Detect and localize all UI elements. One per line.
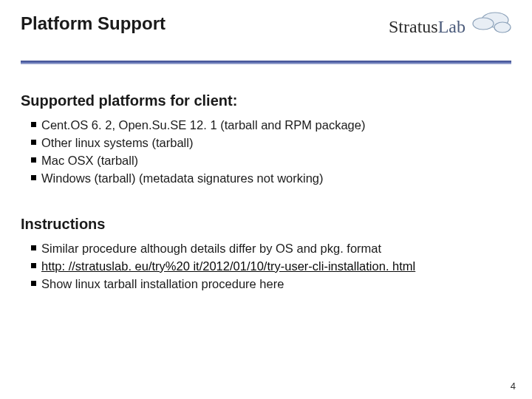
- header-divider: [21, 61, 511, 64]
- list-item: Windows (tarball) (metadata signatures n…: [31, 170, 511, 188]
- section-instructions: Instructions Similar procedure although …: [0, 216, 532, 293]
- slide-header: Platform Support StratusLab: [0, 0, 532, 53]
- section-supported-platforms: Supported platforms for client: Cent.OS …: [0, 92, 532, 188]
- page-number: 4: [511, 381, 516, 392]
- svg-point-1: [473, 18, 494, 30]
- bullet-list: Cent.OS 6. 2, Open.Su.SE 12. 1 (tarball …: [21, 117, 511, 188]
- list-item: Mac OSX (tarball): [31, 152, 511, 170]
- bullet-list: Similar procedure although details diffe…: [21, 240, 511, 293]
- list-item: Cent.OS 6. 2, Open.Su.SE 12. 1 (tarball …: [31, 117, 511, 134]
- svg-text:StratusLab: StratusLab: [389, 17, 466, 36]
- list-item: http: //stratuslab. eu/try%20 it/2012/01…: [31, 258, 511, 276]
- svg-point-2: [494, 22, 511, 33]
- list-item: Other linux systems (tarball): [31, 134, 511, 152]
- section-heading: Instructions: [21, 216, 511, 233]
- section-heading: Supported platforms for client:: [21, 92, 511, 109]
- list-item: Show linux tarball installation procedur…: [31, 276, 511, 293]
- list-item: Similar procedure although details diffe…: [31, 240, 511, 258]
- installation-link[interactable]: http: //stratuslab. eu/try%20 it/2012/01…: [41, 259, 415, 273]
- stratuslab-logo: StratusLab: [386, 9, 511, 49]
- slide-title: Platform Support: [21, 13, 166, 34]
